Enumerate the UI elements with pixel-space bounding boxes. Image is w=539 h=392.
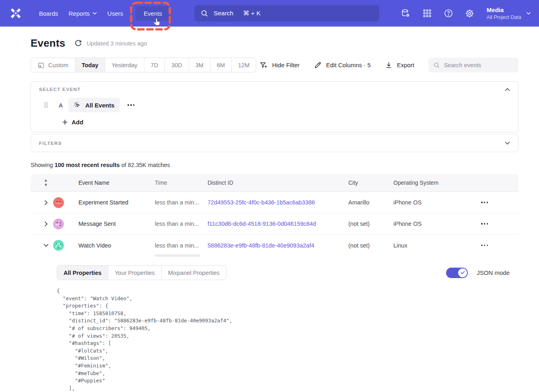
click-sparkle-icon bbox=[74, 101, 81, 109]
expand-row-button[interactable] bbox=[44, 221, 48, 227]
json-mode-toggle[interactable] bbox=[446, 268, 468, 278]
primary-nav: Boards Reports Users Events bbox=[34, 6, 170, 21]
expand-row-button[interactable] bbox=[44, 200, 48, 205]
page-title: Events bbox=[31, 37, 65, 50]
row-more-menu[interactable] bbox=[479, 221, 490, 226]
col-event-name[interactable]: Event Name bbox=[78, 179, 155, 186]
cell-distinct-id-link[interactable]: f11c30d6-dc6d-4518-9136-0d046159c84d bbox=[208, 221, 348, 227]
cell-event-name: Experiment Started bbox=[78, 199, 155, 206]
col-operating-system[interactable]: Operating System bbox=[393, 179, 440, 186]
edit-columns-label: Edit Columns · 5 bbox=[326, 62, 371, 68]
cell-time: less than a min... bbox=[155, 221, 208, 227]
collapse-row-button[interactable] bbox=[43, 243, 49, 247]
expand-filters-button[interactable] bbox=[505, 141, 510, 145]
date-custom[interactable]: Custom bbox=[31, 58, 75, 72]
tab-mixpanel-properties[interactable]: Mixpanel Properties bbox=[162, 266, 226, 280]
summary-suffix: of 82.35K matches bbox=[120, 162, 170, 168]
event-selector-row: A All Events bbox=[39, 98, 510, 112]
filter-funnel-icon bbox=[259, 61, 267, 69]
date-today-label: Today bbox=[82, 62, 99, 68]
refresh-button[interactable] bbox=[74, 39, 82, 47]
table-row: Experiment Started less than a min... 72… bbox=[31, 192, 518, 213]
date-30d-label: 30D bbox=[171, 62, 182, 68]
search-events-field bbox=[428, 58, 518, 72]
date-today[interactable]: Today bbox=[75, 58, 105, 72]
select-event-panel: SELECT EVENT A All Events Add bbox=[31, 81, 518, 132]
tab-your-properties[interactable]: Your Properties bbox=[108, 266, 161, 280]
filters-title: FILTERS bbox=[39, 141, 62, 146]
date-yesterday-label: Yesterday bbox=[112, 62, 138, 68]
table-row: Message Sent less than a min... f11c30d6… bbox=[31, 213, 518, 235]
json-mode-control: JSON mode bbox=[446, 268, 510, 278]
results-summary: Showing 100 most recent results of 82.35… bbox=[31, 162, 518, 168]
cell-city: (not set) bbox=[348, 221, 393, 227]
mixpanel-logo-icon[interactable] bbox=[9, 6, 23, 20]
col-time[interactable]: Time bbox=[155, 179, 208, 186]
filters-panel: FILTERS bbox=[31, 134, 518, 152]
data-management-icon[interactable] bbox=[401, 8, 411, 19]
project-name: Media bbox=[487, 6, 521, 14]
date-3m[interactable]: 3M bbox=[189, 58, 210, 72]
nav-users-label: Users bbox=[107, 10, 123, 17]
event-more-menu[interactable] bbox=[125, 103, 137, 107]
cell-distinct-id-link[interactable]: 5886283e-e9fb-48fb-81de-40e9093a2af4 bbox=[208, 242, 348, 249]
project-subtitle: All Project Data bbox=[487, 14, 521, 21]
sort-arrows-icon[interactable] bbox=[43, 178, 49, 188]
pencil-icon bbox=[314, 61, 322, 69]
cursor-pointer-icon bbox=[152, 17, 162, 27]
col-distinct-id[interactable]: Distinct ID bbox=[208, 179, 348, 186]
nav-boards-label: Boards bbox=[39, 10, 58, 17]
hide-filter-label: Hide Filter bbox=[272, 62, 299, 68]
help-icon[interactable] bbox=[443, 8, 454, 19]
date-12m-label: 12M bbox=[238, 62, 249, 68]
select-event-header: SELECT EVENT bbox=[39, 87, 510, 92]
calendar-icon bbox=[37, 62, 45, 69]
table-header: Event Name Time Distinct ID City Operati… bbox=[31, 174, 518, 192]
global-search-shortcut: ⌘ + K bbox=[243, 10, 261, 17]
add-event-button[interactable]: Add bbox=[62, 119, 83, 126]
event-picker-button[interactable]: All Events bbox=[68, 98, 120, 112]
col-city[interactable]: City bbox=[348, 179, 393, 186]
row-more-menu[interactable] bbox=[479, 243, 490, 248]
date-7d[interactable]: 7D bbox=[144, 58, 165, 72]
nav-reports[interactable]: Reports bbox=[64, 6, 103, 21]
export-button[interactable]: Export bbox=[385, 61, 414, 69]
title-row: Events Updated 3 minutes ago bbox=[31, 37, 518, 50]
check-icon bbox=[461, 271, 465, 274]
row-more-menu[interactable] bbox=[479, 200, 490, 205]
date-6m[interactable]: 6M bbox=[210, 58, 232, 72]
global-search-label: Search bbox=[214, 10, 233, 17]
search-events-input[interactable] bbox=[444, 62, 513, 68]
apps-grid-icon[interactable] bbox=[422, 8, 432, 19]
updated-timestamp: Updated 3 minutes ago bbox=[86, 40, 147, 47]
global-search[interactable]: Search ⌘ + K bbox=[194, 5, 379, 21]
table-row-expanded: Watch Video less than a min... 5886283e-… bbox=[31, 235, 518, 256]
horizontal-scrollbar[interactable] bbox=[155, 254, 200, 257]
edit-columns-button[interactable]: Edit Columns · 5 bbox=[314, 61, 371, 69]
hide-filter-button[interactable]: Hide Filter bbox=[259, 61, 299, 69]
event-row-letter: A bbox=[59, 102, 63, 109]
tab-all-properties[interactable]: All Properties bbox=[57, 266, 108, 280]
detail-header: All Properties Your Properties Mixpanel … bbox=[57, 256, 518, 280]
date-3m-label: 3M bbox=[195, 62, 204, 68]
drag-handle-icon[interactable] bbox=[43, 102, 48, 108]
nav-users[interactable]: Users bbox=[102, 6, 128, 21]
cell-time: less than a min... bbox=[155, 242, 208, 249]
project-selector[interactable]: Media All Project Data bbox=[487, 6, 531, 21]
event-picker-label: All Events bbox=[85, 102, 115, 109]
date-range-control: Custom Today Yesterday 7D 30D 3M 6M 12M bbox=[31, 58, 256, 72]
date-12m[interactable]: 12M bbox=[232, 58, 256, 72]
cell-os: iPhone OS bbox=[393, 199, 440, 206]
chevron-down-icon bbox=[93, 12, 97, 15]
cell-city: Amarillo bbox=[348, 199, 393, 206]
json-view[interactable]: { "event": "Watch Video", "properties": … bbox=[57, 287, 518, 392]
nav-boards[interactable]: Boards bbox=[34, 6, 64, 21]
date-30d[interactable]: 30D bbox=[165, 58, 189, 72]
collapse-panel-button[interactable] bbox=[505, 88, 510, 91]
cell-distinct-id-link[interactable]: 72d49553-25fc-4f0c-b436-1b5ac6ab3388 bbox=[208, 199, 348, 206]
chevron-up-icon bbox=[505, 88, 510, 91]
settings-gear-icon[interactable] bbox=[465, 8, 475, 19]
toggle-knob bbox=[458, 268, 467, 277]
tab-your-properties-label: Your Properties bbox=[115, 270, 154, 276]
date-yesterday[interactable]: Yesterday bbox=[105, 58, 144, 72]
